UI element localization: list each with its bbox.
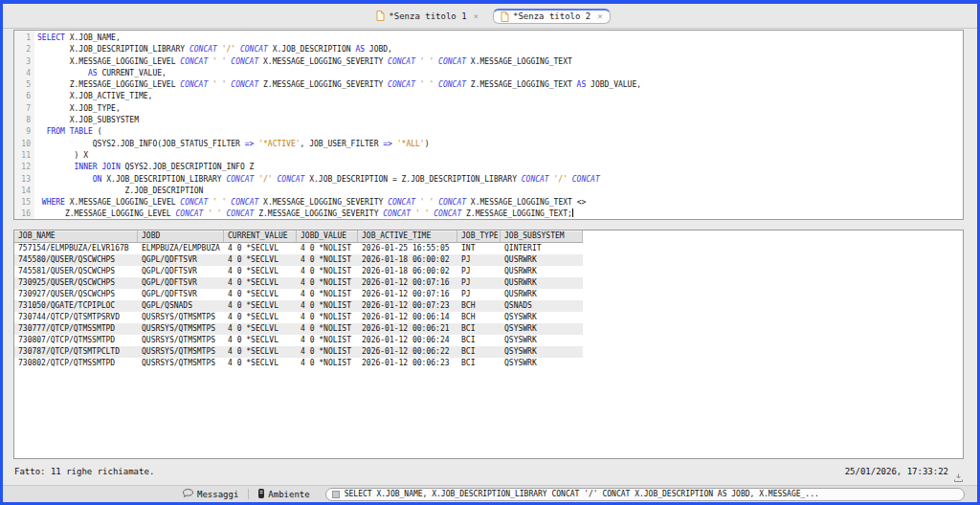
table-cell: 4 0 *SECLVL: [224, 323, 297, 335]
table-cell: 4 0 *NOLIST: [297, 289, 358, 300]
column-header-job_name[interactable]: JOB_NAME: [14, 231, 138, 243]
status-message: Fatto: 11 righe richiamate.: [14, 467, 154, 476]
table-cell: 731050/QGATE/TCPIPLOC: [14, 300, 138, 312]
tab-bar: *Senza titolo 1×*Senza titolo 2×: [3, 4, 977, 29]
table-cell: PJ: [457, 289, 501, 300]
code-line-3[interactable]: X.MESSAGE_LOGGING_LEVEL CONCAT ' ' CONCA…: [37, 56, 963, 68]
table-cell: 4 0 *NOLIST: [297, 312, 358, 323]
sql-editor-panel[interactable]: 12345678910111213141516 SELECT X.JOB_NAM…: [13, 30, 964, 220]
environment-button[interactable]: Ambiente: [253, 489, 315, 500]
table-row[interactable]: 730777/QTCP/QTMSSMTPDQUSRSYS/QTMSMTPS4 0…: [14, 323, 583, 335]
code-line-5[interactable]: Z.MESSAGE_LOGGING_LEVEL CONCAT ' ' CONCA…: [37, 79, 963, 91]
table-cell: 2026-01-12 00:07:16: [358, 277, 457, 289]
column-header-jobd_value[interactable]: JOBD_VALUE: [297, 231, 358, 243]
line-number: 10: [14, 139, 31, 150]
table-cell: BCI: [457, 346, 501, 358]
table-cell: 4 0 *NOLIST: [297, 358, 358, 369]
table-cell: 2026-01-12 00:07:23: [358, 300, 457, 312]
table-cell: BCI: [457, 323, 501, 335]
column-header-job_active_time[interactable]: JOB_ACTIVE_TIME: [358, 231, 457, 243]
line-number: 2: [14, 44, 31, 55]
table-row[interactable]: 745580/QUSER/QSCWCHPSQGPL/QDFTSVR4 0 *SE…: [14, 254, 583, 266]
code-line-12[interactable]: INNER JOIN QSYS2.JOB_DESCRIPTION_INFO Z: [37, 162, 963, 173]
table-row[interactable]: 757154/ELMPBUZA/ELVR167BELMPBUZA/ELMPBUZ…: [14, 243, 583, 254]
table-row[interactable]: 731050/QGATE/TCPIPLOCQGPL/QSNADS4 0 *SEC…: [14, 300, 583, 312]
column-header-jobd[interactable]: JOBD: [138, 231, 224, 243]
query-type-icon: [332, 491, 340, 498]
table-cell: QSYSWRK: [501, 358, 583, 369]
table-cell: 2026-01-25 16:55:05: [358, 243, 457, 254]
results-grid-panel[interactable]: JOB_NAMEJOBDCURRENT_VALUEJOBD_VALUEJOB_A…: [13, 230, 964, 459]
close-icon[interactable]: ×: [474, 11, 479, 21]
column-header-current_value[interactable]: CURRENT_VALUE: [224, 231, 297, 243]
table-row[interactable]: 730925/QUSER/QSCWCHPSQGPL/QDFTSVR4 0 *SE…: [14, 277, 583, 289]
table-cell: 4 0 *SECLVL: [224, 312, 297, 323]
table-row[interactable]: 730807/QTCP/QTMSSMTPDQUSRSYS/QTMSMTPS4 0…: [14, 335, 583, 346]
code-line-14[interactable]: Z.JOB_DESCRIPTION: [37, 186, 963, 197]
code-line-7[interactable]: X.JOB_TYPE,: [37, 103, 963, 115]
text-cursor: [572, 209, 573, 217]
line-number: 9: [14, 126, 31, 138]
column-header-job_type[interactable]: JOB_TYPE: [457, 231, 501, 243]
tab-1[interactable]: *Senza titolo 1×: [369, 9, 485, 23]
table-row[interactable]: 730802/QTCP/QTMSSMTPDQUSRSYS/QTMSMTPS4 0…: [14, 358, 583, 369]
line-number: 5: [14, 79, 31, 91]
table-row[interactable]: 730744/QTCP/QTSMTPSRVDQUSRSYS/QTMSMTPS4 …: [14, 312, 583, 323]
tab-2[interactable]: *Senza titolo 2×: [493, 9, 611, 24]
table-cell: PJ: [457, 266, 501, 277]
table-cell: 2026-01-18 06:00:02: [358, 266, 457, 277]
code-line-11[interactable]: ) X: [37, 150, 963, 162]
table-row[interactable]: 730787/QTCP/QTSMTPCLTDQUSRSYS/QTMSMTPS4 …: [14, 346, 583, 358]
table-cell: QGPL/QDFTSVR: [138, 289, 224, 300]
table-cell: 4 0 *SECLVL: [224, 300, 297, 312]
table-cell: QSYSWRK: [501, 346, 583, 358]
table-cell: 730925/QUSER/QSCWCHPS: [14, 277, 138, 289]
line-number: 6: [14, 91, 31, 102]
code-line-4[interactable]: AS CURRENT_VALUE,: [37, 68, 963, 79]
table-row[interactable]: 730927/QUSER/QSCWCHPSQGPL/QDFTSVR4 0 *SE…: [14, 289, 583, 300]
toolbar-divider: [248, 489, 249, 499]
save-results-icon[interactable]: [954, 468, 963, 486]
code-line-6[interactable]: X.JOB_ACTIVE_TIME,: [37, 91, 963, 102]
code-line-13[interactable]: ON X.JOB_DESCRIPTION_LIBRARY CONCAT '/' …: [37, 174, 963, 186]
table-cell: 4 0 *NOLIST: [297, 266, 358, 277]
table-cell: 4 0 *SECLVL: [224, 277, 297, 289]
code-line-16[interactable]: Z.MESSAGE_LOGGING_LEVEL CONCAT ' ' CONCA…: [37, 209, 963, 219]
query-history-dropdown[interactable]: SELECT X.JOB_NAME, X.JOB_DESCRIPTION_LIB…: [325, 488, 965, 501]
table-cell: QINTERIT: [501, 243, 583, 254]
query-summary-text: SELECT X.JOB_NAME, X.JOB_DESCRIPTION_LIB…: [345, 490, 819, 498]
line-number: 7: [14, 103, 31, 115]
status-timestamp: 25/01/2026, 17:33:22: [845, 467, 948, 476]
table-cell: BCI: [457, 358, 501, 369]
code-line-9[interactable]: FROM TABLE (: [37, 126, 963, 138]
table-cell: QUSRSYS/QTMSMTPS: [138, 346, 224, 358]
results-body[interactable]: 757154/ELMPBUZA/ELVR167BELMPBUZA/ELMPBUZ…: [14, 243, 963, 369]
table-cell: 2026-01-12 00:06:24: [358, 335, 457, 346]
table-cell: 730787/QTCP/QTSMTPCLTD: [14, 346, 138, 358]
table-cell: 4 0 *SECLVL: [224, 254, 297, 266]
table-row[interactable]: 745581/QUSER/QSCWCHPSQGPL/QDFTSVR4 0 *SE…: [14, 266, 583, 277]
table-cell: QSYSWRK: [501, 335, 583, 346]
table-cell: QSYSWRK: [501, 323, 583, 335]
table-cell: 4 0 *SECLVL: [224, 266, 297, 277]
table-cell: 2026-01-12 00:06:23: [358, 358, 457, 369]
server-icon: [258, 489, 264, 500]
table-cell: QUSRSYS/QTMSMTPS: [138, 312, 224, 323]
code-line-2[interactable]: X.JOB_DESCRIPTION_LIBRARY CONCAT '/' CON…: [37, 44, 963, 55]
table-cell: ELMPBUZA/ELMPBUZA: [138, 243, 224, 254]
code-line-1[interactable]: SELECT X.JOB_NAME,: [37, 33, 963, 44]
column-header-job_subsystem[interactable]: JOB_SUBSYSTEM: [501, 231, 583, 243]
code-line-15[interactable]: WHERE X.MESSAGE_LOGGING_LEVEL CONCAT ' '…: [37, 197, 963, 209]
table-cell: QUSRSYS/QTMSMTPS: [138, 323, 224, 335]
table-cell: QSNADS: [501, 300, 583, 312]
messages-button[interactable]: Messaggi: [177, 489, 244, 499]
table-cell: 4 0 *SECLVL: [224, 358, 297, 369]
code-line-8[interactable]: X.JOB_SUBSYSTEM: [37, 115, 963, 126]
table-cell: QGPL/QDFTSVR: [138, 254, 224, 266]
close-icon[interactable]: ×: [597, 11, 602, 21]
sql-code-area[interactable]: SELECT X.JOB_NAME, X.JOB_DESCRIPTION_LIB…: [34, 31, 963, 219]
table-cell: 757154/ELMPBUZA/ELVR167B: [14, 243, 138, 254]
code-line-10[interactable]: QSYS2.JOB_INFO(JOB_STATUS_FILTER => '*AC…: [37, 139, 963, 150]
table-cell: 2026-01-12 00:06:21: [358, 323, 457, 335]
table-cell: QUSRSYS/QTMSMTPS: [138, 335, 224, 346]
